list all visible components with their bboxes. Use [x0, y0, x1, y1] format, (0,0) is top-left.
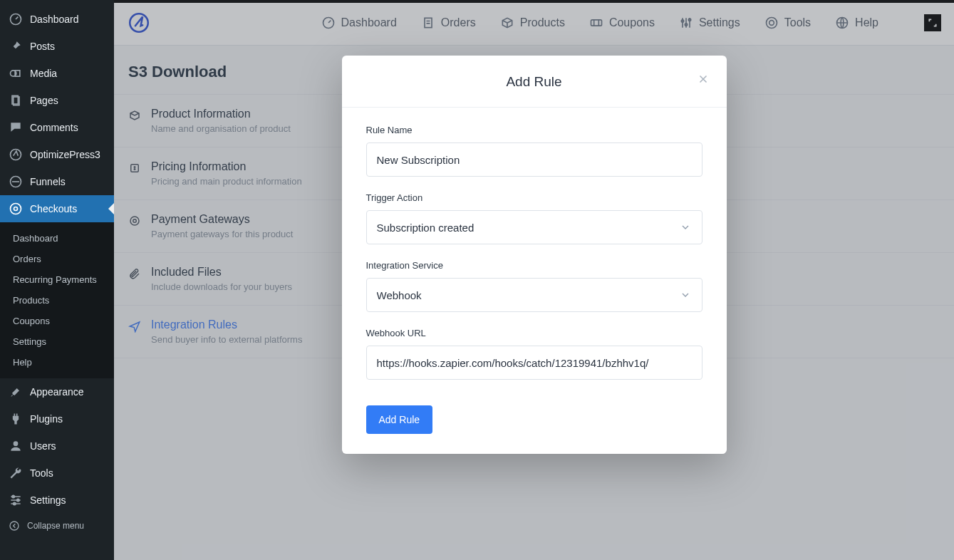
close-icon[interactable] [697, 73, 710, 85]
sidebar-item-pages[interactable]: Pages [0, 87, 114, 114]
sidebar-sub-dashboard[interactable]: Dashboard [0, 228, 114, 249]
sidebar-collapse[interactable]: Collapse menu [0, 514, 114, 538]
sidebar-item-tools[interactable]: Tools [0, 460, 114, 487]
sidebar-sub-products[interactable]: Products [0, 290, 114, 311]
sidebar-sub-orders[interactable]: Orders [0, 249, 114, 269]
sidebar-item-label: Plugins [30, 413, 63, 425]
add-rule-button[interactable]: Add Rule [366, 405, 433, 434]
sidebar-item-label: Funnels [30, 176, 66, 187]
sidebar-item-label: Dashboard [30, 14, 79, 25]
sidebar-item-plugins[interactable]: Plugins [0, 405, 114, 432]
webhook-url-label: Webhook URL [366, 328, 702, 338]
sidebar-item-funnels[interactable]: Funnels [0, 168, 114, 195]
wp-admin-sidebar: Dashboard Posts Media Pages Comments [0, 0, 114, 560]
comment-icon [9, 120, 23, 135]
sidebar-item-comments[interactable]: Comments [0, 114, 114, 141]
user-icon [9, 439, 23, 453]
sidebar-item-users[interactable]: Users [0, 432, 114, 460]
sliders-icon [9, 493, 23, 507]
integration-service-select[interactable] [366, 278, 702, 312]
svg-point-12 [14, 502, 16, 504]
add-rule-modal: Add Rule Rule Name Trigger Action [342, 56, 727, 454]
svg-point-11 [17, 499, 19, 501]
modal-overlay[interactable]: Add Rule Rule Name Trigger Action [114, 0, 954, 560]
sidebar-item-label: Tools [30, 467, 53, 479]
svg-point-7 [11, 204, 21, 214]
sidebar-item-checkouts[interactable]: Checkouts [0, 195, 114, 222]
sidebar-collapse-label: Collapse menu [27, 521, 84, 531]
sidebar-sub-recurring[interactable]: Recurring Payments [0, 269, 114, 290]
sidebar-item-appearance[interactable]: Appearance [0, 378, 114, 405]
sidebar-item-posts[interactable]: Posts [0, 33, 114, 60]
trigger-action-select[interactable] [366, 210, 702, 244]
sidebar-item-label: OptimizePress3 [30, 149, 100, 160]
plug-icon [9, 412, 23, 426]
trigger-action-label: Trigger Action [366, 192, 702, 203]
modal-title: Add Rule [359, 74, 710, 90]
rule-name-input[interactable] [366, 142, 702, 177]
svg-point-8 [14, 207, 18, 211]
rule-name-label: Rule Name [366, 125, 702, 135]
svg-point-13 [10, 522, 19, 530]
modal-body: Rule Name Trigger Action Integration Ser… [342, 108, 727, 454]
sidebar-item-label: Pages [30, 95, 58, 106]
media-icon [9, 66, 23, 81]
sidebar-item-label: Appearance [30, 386, 84, 398]
sidebar-item-dashboard[interactable]: Dashboard [0, 6, 114, 33]
sidebar-item-label: Media [30, 68, 57, 79]
sidebar-item-label: Users [30, 440, 56, 452]
collapse-icon [9, 520, 20, 532]
funnel-icon [9, 175, 23, 189]
wrench-icon [9, 466, 23, 480]
svg-point-9 [14, 441, 19, 446]
optimize-icon [9, 147, 23, 162]
sidebar-sub-settings[interactable]: Settings [0, 331, 114, 352]
svg-point-10 [12, 495, 14, 497]
page-icon [9, 93, 23, 108]
main-content: Dashboard Orders Products Coupons Settin… [114, 0, 954, 560]
svg-point-5 [11, 150, 21, 160]
sidebar-item-settings[interactable]: Settings [0, 487, 114, 514]
brush-icon [9, 385, 23, 399]
gauge-icon [9, 12, 23, 26]
webhook-url-input[interactable] [366, 346, 702, 380]
sidebar-item-label: Posts [30, 41, 55, 52]
sidebar-item-optimizepress[interactable]: OptimizePress3 [0, 141, 114, 168]
sidebar-sub-help[interactable]: Help [0, 352, 114, 373]
checkout-icon [9, 202, 23, 216]
sidebar-sub-coupons[interactable]: Coupons [0, 311, 114, 331]
sidebar-item-media[interactable]: Media [0, 60, 114, 87]
sidebar-submenu: Dashboard Orders Recurring Payments Prod… [0, 222, 114, 378]
modal-header: Add Rule [342, 56, 727, 108]
pin-icon [9, 39, 23, 53]
sidebar-item-label: Comments [30, 122, 78, 133]
sidebar-item-label: Checkouts [30, 203, 77, 214]
sidebar-item-label: Settings [30, 494, 66, 506]
integration-service-label: Integration Service [366, 260, 702, 271]
